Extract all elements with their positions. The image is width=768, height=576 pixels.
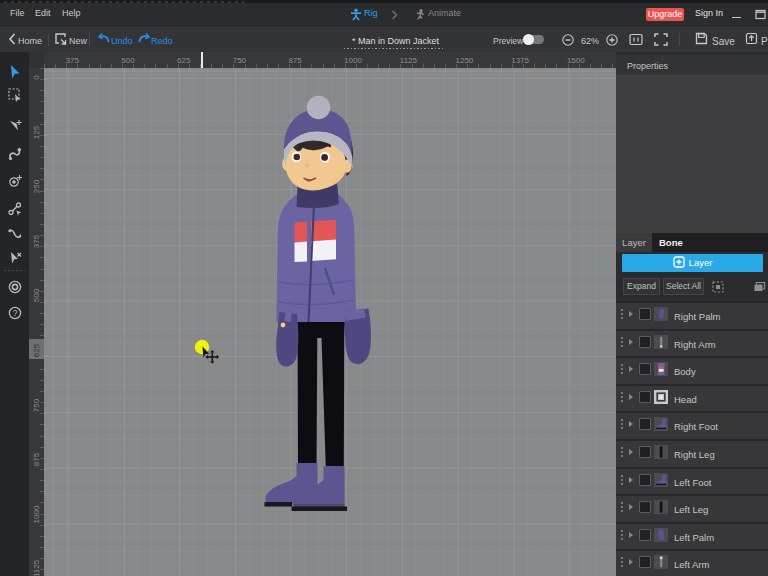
svg-text:?: ? [13, 308, 18, 318]
